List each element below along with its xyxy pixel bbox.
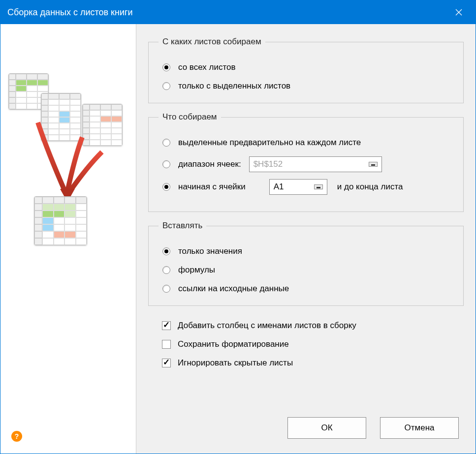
sheets-illustration xyxy=(8,73,127,280)
range-input-value: $H$152 xyxy=(254,159,366,169)
radio-preselected[interactable] xyxy=(162,139,170,147)
dialog-buttons: ОК Отмена xyxy=(287,417,459,439)
sidebar: ? xyxy=(0,24,136,454)
group-from-sheets: С каких листов собираем со всех листов т… xyxy=(148,37,464,103)
start-cell-value: A1 xyxy=(274,182,311,192)
start-cell-suffix: и до конца листа xyxy=(337,182,403,192)
radio-selected-sheets[interactable] xyxy=(162,82,170,90)
close-icon xyxy=(455,9,462,16)
close-button[interactable] xyxy=(449,2,469,22)
radio-formulas[interactable] xyxy=(162,266,170,274)
ok-button[interactable]: ОК xyxy=(287,417,366,439)
group-from-legend: С каких листов собираем xyxy=(159,37,265,47)
radio-all-sheets-label: со всех листов xyxy=(178,62,236,72)
cancel-button[interactable]: Отмена xyxy=(380,417,459,439)
check-ignore-hidden-label: Игнорировать скрытые листы xyxy=(178,358,293,368)
start-cell-input[interactable]: A1 xyxy=(269,179,327,195)
radio-values-only-label: только значения xyxy=(178,246,242,256)
range-input[interactable]: $H$152 xyxy=(249,156,382,172)
radio-values-only[interactable] xyxy=(162,247,170,255)
help-button[interactable]: ? xyxy=(11,431,22,442)
radio-range-label: диапазон ячеек: xyxy=(178,159,241,169)
range-picker-icon[interactable] xyxy=(369,162,378,167)
radio-links[interactable] xyxy=(162,285,170,293)
radio-selected-sheets-label: только с выделенных листов xyxy=(178,81,290,91)
radio-formulas-label: формулы xyxy=(178,265,215,275)
radio-start-cell[interactable] xyxy=(162,183,170,191)
group-what-collect: Что собираем выделенные предварительно н… xyxy=(148,112,464,212)
radio-links-label: ссылки на исходные данные xyxy=(178,284,289,294)
radio-preselected-label: выделенные предварительно на каждом лист… xyxy=(178,138,361,148)
check-add-column-label: Добавить столбец с именами листов в сбор… xyxy=(178,321,356,331)
check-keep-format[interactable] xyxy=(162,340,171,349)
options-checks: Добавить столбец с именами листов в сбор… xyxy=(158,321,464,368)
check-add-column[interactable] xyxy=(162,321,171,330)
radio-start-cell-label: начиная с ячейки xyxy=(178,182,246,192)
radio-range[interactable] xyxy=(162,160,170,168)
start-cell-picker-icon[interactable] xyxy=(314,184,323,189)
check-ignore-hidden[interactable] xyxy=(162,359,171,367)
titlebar: Сборка данных с листов книги xyxy=(0,0,476,24)
main-panel: С каких листов собираем со всех листов т… xyxy=(136,24,476,454)
group-what-legend: Что собираем xyxy=(159,112,221,122)
check-keep-format-label: Сохранить форматирование xyxy=(178,339,289,349)
window-title: Сборка данных с листов книги xyxy=(7,7,133,18)
group-insert-legend: Вставлять xyxy=(159,221,206,231)
radio-all-sheets[interactable] xyxy=(162,63,170,71)
group-insert: Вставлять только значения формулы ссылки… xyxy=(148,221,464,306)
